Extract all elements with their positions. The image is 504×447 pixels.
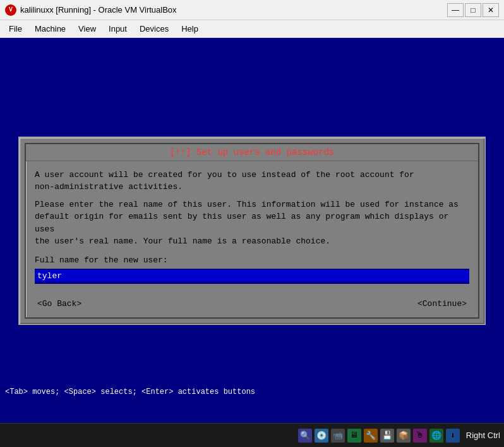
tray-icon-search[interactable]: 🔍 [298,429,312,443]
menu-devices[interactable]: Devices [133,21,175,36]
tray-icon-video[interactable]: 📹 [331,429,345,443]
menu-help[interactable]: Help [175,21,205,36]
taskbar: 🔍 💿 📹 🖥 🔧 💾 📦 🖱 🌐 ⬇ Right Ctrl [0,423,504,447]
menu-input[interactable]: Input [102,21,133,36]
continue-button[interactable]: <Continue> [415,298,469,310]
dialog-titlebar: [!!] Set up users and passwords [26,144,478,161]
dialog-inner: [!!] Set up users and passwords A user a… [25,143,479,319]
fullname-input[interactable] [35,270,469,282]
menu-view[interactable]: View [72,21,102,36]
minimize-button[interactable]: — [447,3,464,17]
vm-status-bar: <Tab> moves; <Space> selects; <Enter> ac… [0,385,504,399]
tray-icon-box[interactable]: 📦 [397,429,411,443]
menubar: File Machine View Input Devices Help [0,20,504,38]
dialog-title: [!!] Set up users and passwords [170,147,334,157]
app-icon: V [5,4,16,16]
tray-icon-network[interactable]: 🌐 [429,429,443,443]
vm-status-text: <Tab> moves; <Space> selects; <Enter> ac… [5,388,255,396]
vm-display: [!!] Set up users and passwords A user a… [0,38,504,423]
dialog-content: A user account will be created for you t… [26,161,478,291]
window-title: kalilinuxx [Running] - Oracle VM Virtual… [20,5,447,15]
setup-dialog: [!!] Set up users and passwords A user a… [18,137,486,325]
tray-icon-disc[interactable]: 💿 [315,429,328,443]
tray-icon-display[interactable]: 🖥 [347,429,361,443]
menu-file[interactable]: File [3,21,28,36]
window-controls: — □ ✕ [447,3,499,17]
taskbar-icons: 🔍 💿 📹 🖥 🔧 💾 📦 🖱 🌐 ⬇ Right Ctrl [298,429,500,443]
menu-machine[interactable]: Machine [28,21,72,36]
input-label: Full name for the new user: [35,254,469,267]
maximize-button[interactable]: □ [465,3,481,17]
close-button[interactable]: ✕ [483,3,499,17]
dialog-buttons: <Go Back> <Continue> [26,291,478,317]
titlebar: V kalilinuxx [Running] - Oracle VM Virtu… [0,0,504,20]
body-line1: A user account will be created for you t… [35,169,469,193]
text-input-container [35,269,469,284]
tray-icon-download[interactable]: ⬇ [446,429,460,443]
body-line3: Please enter the real name of this user.… [35,199,469,248]
tray-icon-tool[interactable]: 🔧 [364,429,378,443]
tray-icon-mouse[interactable]: 🖱 [413,429,427,443]
go-back-button[interactable]: <Go Back> [35,298,84,310]
right-ctrl-label: Right Ctrl [466,431,500,440]
tray-icon-save[interactable]: 💾 [380,429,394,443]
